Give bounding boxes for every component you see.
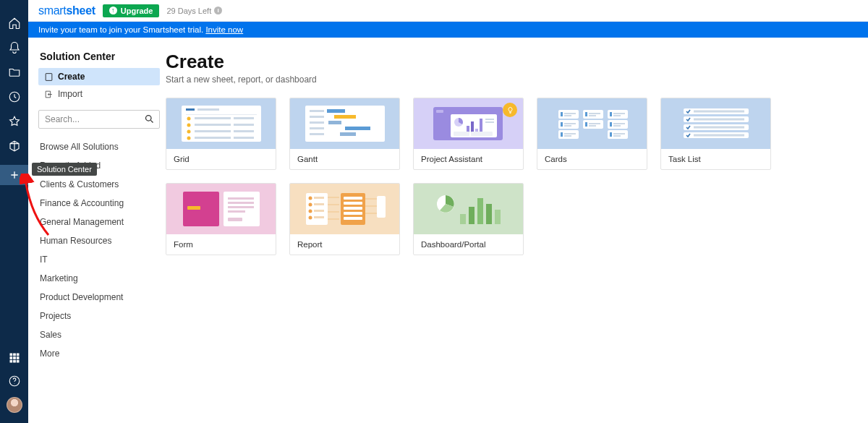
svg-rect-39 [310, 133, 324, 135]
rail-tooltip: Solution Center [32, 163, 97, 176]
svg-rect-42 [436, 110, 443, 113]
sidebar-category[interactable]: IT [38, 250, 160, 269]
sidebar-category[interactable]: Product Development [38, 288, 160, 307]
card-form[interactable]: Form [166, 183, 276, 255]
svg-rect-63 [564, 133, 576, 134]
svg-rect-34 [334, 115, 356, 119]
svg-rect-116 [377, 196, 386, 218]
svg-rect-90 [694, 127, 744, 129]
sidebar-category[interactable]: Marketing [38, 269, 160, 288]
svg-rect-71 [589, 123, 600, 124]
sidebar-category[interactable]: Human Resources [38, 231, 160, 250]
upgrade-button[interactable]: ↑ Upgrade [103, 4, 160, 17]
svg-rect-78 [610, 122, 612, 127]
lightbulb-icon [503, 103, 517, 117]
sidebar-category[interactable]: Sales [38, 325, 160, 344]
svg-rect-16 [197, 108, 219, 111]
sidebar-category[interactable]: Browse All Solutions [38, 137, 160, 156]
card-report[interactable]: Report [289, 183, 400, 255]
home-icon[interactable] [7, 16, 22, 30]
card-gantt[interactable]: Gantt [289, 98, 400, 170]
sidebar-category[interactable]: More [38, 344, 160, 363]
svg-point-27 [187, 137, 190, 140]
svg-rect-29 [234, 137, 254, 139]
svg-rect-31 [310, 110, 324, 112]
card-dashboard[interactable]: Dashboard/Portal [413, 183, 524, 255]
card-task-list[interactable]: Task List [660, 98, 771, 170]
cards-grid: Grid [166, 98, 846, 255]
solution-center-button[interactable] [0, 165, 28, 185]
sidebar-category[interactable]: Projects [38, 307, 160, 325]
svg-rect-119 [469, 207, 475, 224]
svg-rect-111 [344, 197, 362, 200]
sidebar-category[interactable]: Finance & Accounting [38, 194, 160, 213]
nav-rail: Solution Center [0, 0, 28, 423]
workapps-icon[interactable] [7, 139, 22, 153]
svg-rect-51 [454, 132, 469, 136]
svg-rect-28 [195, 137, 231, 139]
svg-rect-25 [195, 130, 231, 132]
svg-rect-118 [460, 214, 466, 224]
form-thumb [166, 184, 276, 234]
page-subtitle: Start a new sheet, report, or dashboard [166, 74, 868, 85]
svg-rect-59 [564, 123, 576, 124]
search-icon[interactable] [144, 114, 155, 124]
card-cards[interactable]: Cards [537, 98, 647, 170]
svg-rect-70 [585, 122, 587, 127]
sidebar-category[interactable]: General Management [38, 213, 160, 231]
svg-rect-23 [234, 124, 254, 126]
invite-link[interactable]: Invite now [205, 25, 243, 34]
folder-icon[interactable] [7, 65, 22, 80]
svg-rect-40 [340, 132, 356, 136]
svg-point-11 [14, 383, 14, 384]
card-label: Report [290, 234, 399, 255]
svg-rect-97 [228, 202, 254, 204]
search-input[interactable] [38, 110, 160, 129]
card-label: Grid [166, 149, 276, 169]
apps-icon[interactable] [7, 351, 22, 365]
svg-rect-114 [344, 212, 362, 215]
sidebar-title: Solution Center [38, 51, 160, 62]
card-grid[interactable]: Grid [166, 98, 276, 170]
sidebar-item-create[interactable]: Create [38, 68, 160, 85]
svg-rect-82 [610, 132, 612, 137]
card-project-assistant[interactable]: Project Assistant [413, 98, 524, 170]
svg-rect-88 [694, 119, 744, 121]
avatar[interactable] [7, 397, 22, 413]
svg-rect-8 [13, 360, 15, 362]
svg-rect-49 [485, 119, 494, 120]
help-icon[interactable] [7, 374, 22, 388]
svg-rect-5 [13, 357, 15, 359]
sheet-icon [44, 72, 54, 82]
search-wrap [38, 110, 160, 129]
svg-rect-105 [314, 203, 324, 205]
svg-point-102 [308, 197, 312, 200]
logo: smartsheet [38, 4, 95, 17]
svg-rect-98 [228, 206, 254, 208]
svg-rect-17 [186, 114, 257, 115]
star-icon[interactable] [7, 114, 22, 129]
recent-icon[interactable] [7, 90, 22, 104]
grid-thumb [166, 98, 276, 149]
bell-icon[interactable] [7, 40, 22, 55]
svg-rect-58 [561, 122, 563, 127]
svg-rect-113 [344, 207, 362, 210]
svg-rect-33 [310, 116, 324, 118]
sidebar-item-import[interactable]: Import [38, 85, 160, 103]
assist-thumb [414, 98, 523, 149]
svg-point-108 [308, 216, 312, 220]
topbar: smartsheet ↑ Upgrade 29 Days Left i [28, 0, 868, 22]
svg-rect-92 [694, 134, 744, 137]
sidebar-category[interactable]: Clients & Customers [38, 175, 160, 194]
svg-rect-79 [613, 123, 625, 124]
svg-point-104 [308, 203, 312, 207]
svg-rect-1 [10, 354, 12, 356]
svg-rect-38 [345, 127, 370, 130]
info-icon[interactable]: i [214, 7, 222, 14]
svg-rect-94 [187, 206, 200, 210]
svg-rect-84 [613, 135, 621, 137]
cards-thumb [537, 98, 647, 149]
svg-rect-20 [234, 117, 254, 119]
card-label: Form [166, 234, 276, 255]
svg-rect-12 [46, 73, 52, 80]
